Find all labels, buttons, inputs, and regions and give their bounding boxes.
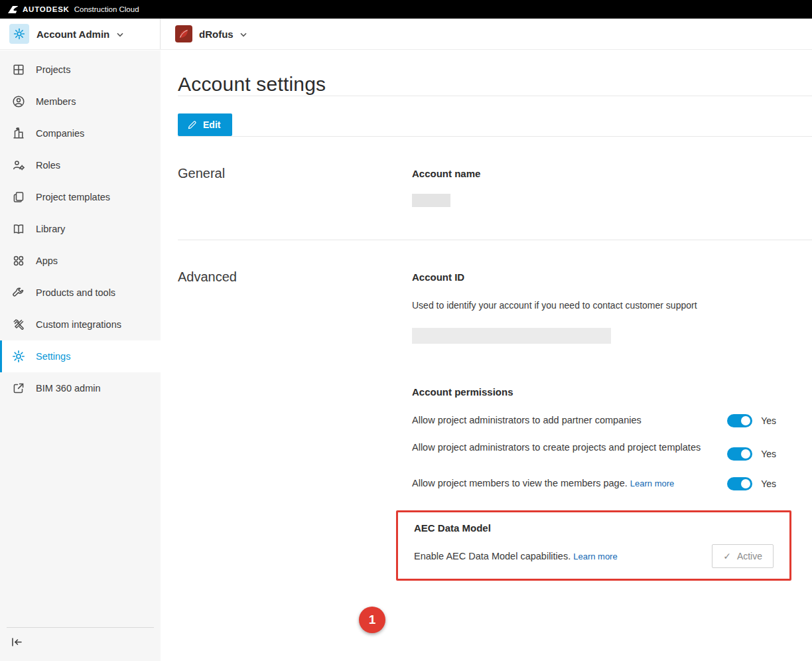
advanced-heading: Advanced bbox=[178, 269, 412, 581]
members-icon bbox=[12, 95, 25, 108]
permission-label-text: Allow project members to view the member… bbox=[412, 478, 628, 488]
chevron-down-icon bbox=[117, 33, 123, 37]
aec-data-model-row: Enable AEC Data Model capabilities. Lear… bbox=[414, 544, 774, 568]
account-id-label: Account ID bbox=[412, 271, 812, 283]
sidebar-item-library[interactable]: Library bbox=[0, 213, 161, 245]
sidebar-item-label: Custom integrations bbox=[36, 319, 121, 330]
aec-data-model-description: Enable AEC Data Model capabilities. Lear… bbox=[414, 551, 618, 561]
product-name-text: Construction Cloud bbox=[74, 5, 139, 13]
sidebar-item-projects[interactable]: Projects bbox=[0, 54, 161, 86]
permission-control: Yes bbox=[727, 414, 776, 427]
aec-active-button[interactable]: ✓ Active bbox=[712, 544, 774, 568]
aec-data-model-heading: AEC Data Model bbox=[414, 522, 774, 534]
products-and-tools-icon bbox=[12, 286, 25, 299]
sidebar-item-apps[interactable]: Apps bbox=[0, 245, 161, 277]
project-templates-icon bbox=[12, 190, 25, 204]
sidebar-item-label: Roles bbox=[36, 160, 60, 171]
account-permissions-heading: Account permissions bbox=[412, 386, 812, 398]
edit-button[interactable]: Edit bbox=[178, 113, 232, 136]
permission-label: Allow project members to view the member… bbox=[412, 477, 674, 490]
permission-row-view-members: Allow project members to view the member… bbox=[412, 477, 776, 490]
permission-control: Yes bbox=[727, 477, 776, 490]
sidebar-item-label: Members bbox=[36, 96, 76, 107]
settings-icon bbox=[12, 350, 25, 363]
toggle-value-label: Yes bbox=[761, 415, 776, 426]
sidebar-item-roles[interactable]: Roles bbox=[0, 149, 161, 181]
sidebar-item-settings[interactable]: Settings bbox=[0, 340, 161, 372]
sidebar-item-companies[interactable]: Companies bbox=[0, 117, 161, 149]
custom-integrations-icon bbox=[12, 318, 25, 331]
aec-description-text: Enable AEC Data Model capabilities. bbox=[414, 551, 571, 561]
autodesk-brand-text: AUTODESK bbox=[23, 5, 70, 13]
check-icon: ✓ bbox=[723, 551, 731, 561]
sidebar-footer bbox=[7, 627, 154, 661]
permission-label: Allow project administrators to add part… bbox=[412, 413, 642, 427]
pencil-icon bbox=[187, 120, 197, 130]
app-switcher[interactable]: Account Admin bbox=[0, 19, 161, 49]
sidebar-item-custom-integrations[interactable]: Custom integrations bbox=[0, 309, 161, 340]
roles-icon bbox=[12, 159, 25, 172]
permission-row-partner-companies: Allow project administrators to add part… bbox=[412, 413, 776, 427]
permission-row-create-projects: Allow project administrators to create p… bbox=[412, 441, 776, 461]
edit-button-label: Edit bbox=[203, 119, 220, 130]
account-admin-badge-icon bbox=[9, 24, 29, 44]
chevron-down-icon bbox=[240, 33, 247, 37]
account-id-help-text: Used to identify your account if you nee… bbox=[412, 300, 812, 311]
apps-icon bbox=[12, 254, 25, 267]
advanced-fields: Account ID Used to identify your account… bbox=[412, 269, 812, 581]
main-content: Account settings Edit General Account na… bbox=[161, 50, 812, 661]
sidebar-item-label: Projects bbox=[36, 64, 70, 75]
account-name: dRofus bbox=[199, 29, 234, 40]
advanced-section: Advanced Account ID Used to identify you… bbox=[178, 240, 812, 581]
external-link-icon bbox=[12, 382, 25, 395]
sidebar-item-project-templates[interactable]: Project templates bbox=[0, 181, 161, 213]
toggle-value-label: Yes bbox=[761, 449, 776, 459]
collapse-sidebar-icon[interactable] bbox=[11, 636, 23, 648]
sidebar-item-label: Products and tools bbox=[36, 287, 115, 298]
sidebar-item-label: Project templates bbox=[36, 192, 110, 202]
general-fields: Account name bbox=[412, 166, 812, 207]
sidebar-item-label: Library bbox=[36, 224, 65, 234]
topbar: AUTODESK Construction Cloud bbox=[0, 0, 812, 19]
sidebar-item-label: BIM 360 admin bbox=[36, 383, 101, 394]
permission-control: Yes bbox=[727, 447, 776, 461]
sidebar-item-label: Companies bbox=[36, 128, 84, 139]
toggle-value-label: Yes bbox=[761, 478, 776, 489]
companies-icon bbox=[12, 127, 25, 140]
learn-more-link[interactable]: Learn more bbox=[573, 551, 617, 561]
sidebar-item-bim360-admin[interactable]: BIM 360 admin bbox=[0, 372, 161, 404]
account-id-value-redacted bbox=[412, 328, 611, 344]
autodesk-logo-icon bbox=[8, 6, 18, 13]
permission-label: Allow project administrators to create p… bbox=[412, 441, 701, 455]
aec-data-model-highlight-box: AEC Data Model Enable AEC Data Model cap… bbox=[396, 510, 791, 581]
learn-more-link[interactable]: Learn more bbox=[630, 478, 674, 488]
app-header: Account Admin dRofus bbox=[0, 19, 812, 50]
toggle-on[interactable] bbox=[727, 477, 752, 490]
sidebar-item-products-and-tools[interactable]: Products and tools bbox=[0, 277, 161, 309]
divider bbox=[178, 96, 812, 96]
sidebar-item-label: Settings bbox=[36, 351, 70, 362]
toggle-on[interactable] bbox=[727, 447, 752, 461]
sidebar-item-label: Apps bbox=[36, 256, 58, 266]
sidebar-item-members[interactable]: Members bbox=[0, 86, 161, 117]
annotation-marker-1: 1 bbox=[359, 607, 385, 633]
drofus-logo bbox=[175, 25, 192, 42]
page-title: Account settings bbox=[178, 73, 812, 96]
library-icon bbox=[12, 222, 25, 236]
app-name: Account Admin bbox=[36, 29, 109, 40]
aec-active-button-label: Active bbox=[737, 551, 762, 561]
toggle-on[interactable] bbox=[727, 414, 752, 427]
account-selector[interactable]: dRofus bbox=[161, 25, 247, 42]
general-section: General Account name bbox=[178, 137, 812, 240]
general-heading: General bbox=[178, 166, 412, 207]
account-name-label: Account name bbox=[412, 168, 812, 179]
permissions-rows: Allow project administrators to add part… bbox=[412, 413, 812, 490]
account-name-value-redacted bbox=[412, 194, 450, 207]
sidebar: Projects Members Companies Roles Project… bbox=[0, 50, 161, 661]
projects-icon bbox=[12, 63, 25, 76]
